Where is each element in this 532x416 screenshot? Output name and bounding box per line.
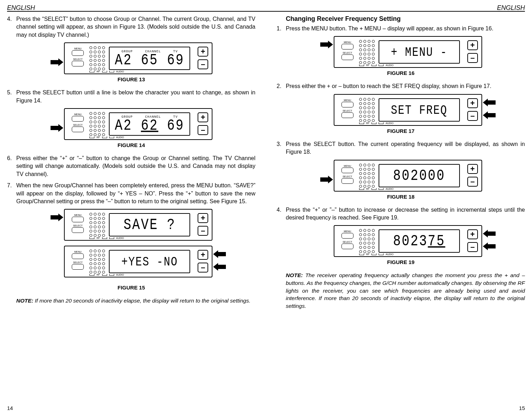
right-note: NOTE: The receiver operating frequency a… [286,271,525,310]
bottom-labels: RF AUDIO [89,70,124,73]
note-body: If more than 20 seconds of inactivity el… [33,298,250,304]
menu-button[interactable] [72,217,84,222]
minus-button[interactable]: – [467,53,478,63]
lcd-screen: GROUP CHANNEL TV A2 62 69 [109,112,190,136]
figure-14: MENU SELECT GROUP [7,108,256,148]
left-note: NOTE: If more than 20 seconds of inactiv… [16,297,256,305]
menu-button[interactable] [341,102,353,107]
plus-button[interactable]: + [467,98,478,108]
minus-button[interactable]: – [198,263,208,273]
select-button[interactable] [341,54,353,60]
plus-button[interactable]: + [198,213,208,223]
device-buttons: MENU SELECT [68,113,87,134]
select-label: SELECT [68,58,87,60]
figure-18: MENU SELECT 802000 + – [277,160,525,200]
plus-button[interactable]: + [198,250,208,260]
minus-button[interactable]: – [198,226,208,236]
step-6: 6. Press either the “+” or “–” button to… [7,154,256,178]
plus-button[interactable]: + [467,40,478,50]
minus-button[interactable]: – [467,242,478,252]
receiver-device: MENU SELECT 802000 + – [334,160,482,192]
receiver-device: MENU SELECT +YES -NO + – [64,246,212,277]
page-number-left: 14 [7,405,13,411]
menu-button[interactable] [341,168,353,173]
plus-button[interactable]: + [198,47,208,57]
page-number-right: 15 [519,405,525,411]
page-header: ENGLISH ENGLISH [7,4,525,12]
right-column: Changing Receiver Frequency Setting 1. P… [277,15,525,310]
header-right: ENGLISH [497,4,525,12]
figure-15: MENU SELECT SAVE ? + – [7,209,256,291]
plus-button[interactable]: + [467,164,478,174]
select-button[interactable] [72,61,84,66]
step-text: When the new Group/Channel has been comp… [16,182,256,205]
step-text: Press the “SELECT” button to choose Grou… [16,15,256,39]
left-column: 4. Press the “SELECT” button to choose G… [7,15,256,310]
step-7: 7. When the new Group/Channel has been c… [7,182,256,205]
step-number: 5. [7,89,16,105]
header-left: ENGLISH [7,4,35,12]
figure-caption: FIGURE 15 [7,285,256,291]
lcd-display: SET FREQ [379,104,459,117]
figure-caption: FIGURE 18 [277,194,525,200]
lcd-display: +YES -NO [110,256,189,269]
rf-label: RF [97,70,100,73]
lcd-display: A2 62 69 [110,118,189,134]
menu-button[interactable] [72,116,84,122]
note-lead: NOTE: [16,298,33,304]
footer: 14 15 [7,405,525,411]
receiver-device: MENU SELECT SAVE ? + – [64,209,212,241]
step-number: 6. [7,154,16,178]
plus-button[interactable]: + [467,229,478,239]
menu-button[interactable] [341,44,353,49]
figure-caption: FIGURE 19 [277,259,525,265]
receiver-device: MENU SELECT 802375 + – [334,225,482,257]
step-2: 2. Press either the + or – button to rea… [277,82,525,90]
lcd-display: SAVE ? [110,217,189,233]
menu-button[interactable] [72,253,84,259]
menu-label: MENU [68,47,87,50]
lcd-display: 802000 [379,168,459,184]
figure-caption: FIGURE 13 [7,76,256,82]
figure-caption: FIGURE 14 [7,142,256,148]
minus-button[interactable]: – [198,125,208,135]
step-5: 5. Press the SELECT button until a line … [7,89,256,105]
figure-caption: FIGURE 16 [277,70,525,76]
receiver-device: MENU SELECT + MENU - + – [334,36,482,68]
select-button[interactable] [341,244,353,249]
figure-19: MENU SELECT 802375 + – [277,225,525,265]
lcd-screen: GROUP CHANNEL TV A2 65 69 [109,47,190,70]
note-body: The receiver operating frequency actuall… [286,272,525,309]
section-title: Changing Receiver Frequency Setting [286,15,525,23]
lcd-display: 802375 [379,234,459,250]
figure-16: MENU SELECT + MENU - + – [277,36,525,76]
minus-button[interactable]: – [467,177,478,187]
menu-button[interactable] [341,233,353,239]
plus-button[interactable]: + [198,112,208,122]
select-button[interactable] [341,178,353,184]
minus-button[interactable]: – [467,111,478,121]
select-button[interactable] [341,112,353,118]
figure-caption: FIGURE 17 [277,128,525,134]
step-3: 3. Press the SELECT button. The current … [277,140,525,156]
step-text: Press either the “+” or “–” button to ch… [16,154,256,178]
plus-minus-buttons: + – [198,47,208,69]
step-number: 7. [7,182,16,205]
receiver-device: MENU SELECT GROUP [64,108,212,140]
step-1: 1. Press the MENU button. The + MENU – d… [277,25,525,33]
led-grid [89,46,105,71]
receiver-device: MENU SELECT SET FREQ + – [334,94,482,126]
figure-17: MENU SELECT SET FREQ + – [277,94,525,134]
step-4: 4. Press the “SELECT” button to choose G… [7,15,256,39]
figure-13: MENU SELECT GROUP [7,42,256,82]
select-button[interactable] [72,227,84,233]
audio-label: AUDIO [116,70,124,73]
step-number: 4. [7,15,16,39]
note-lead: NOTE: [286,272,303,278]
select-button[interactable] [72,264,84,270]
minus-button[interactable]: – [198,59,208,69]
select-button[interactable] [72,127,84,132]
menu-button[interactable] [72,50,84,56]
lcd-display: + MENU - [379,46,459,59]
receiver-device: MENU SELECT GROUP [64,42,212,74]
